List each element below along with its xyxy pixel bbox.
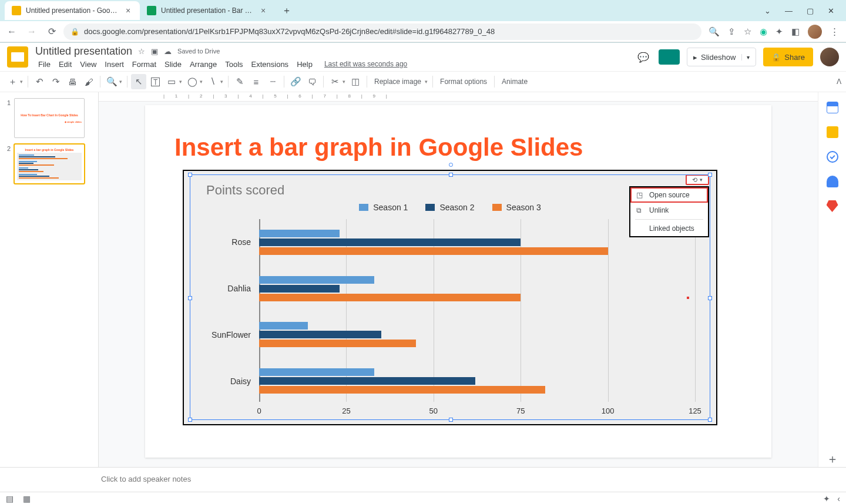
extensions-icon[interactable]: ✦	[776, 26, 783, 37]
contacts-icon[interactable]	[827, 176, 838, 187]
meet-icon[interactable]	[659, 49, 680, 65]
grammarly-icon[interactable]: ◉	[760, 26, 767, 37]
menu-slide[interactable]: Slide	[162, 59, 184, 70]
textbox-tool[interactable]: 🅃	[147, 74, 163, 89]
link-icon: ⟲	[692, 176, 697, 184]
zoom-icon[interactable]: 🔍	[709, 26, 720, 37]
maximize-icon[interactable]: ▢	[807, 6, 814, 15]
explore-icon[interactable]: ✦	[823, 494, 830, 503]
collapse-toolbar-icon[interactable]: ᐱ	[837, 78, 841, 86]
chevron-down-icon[interactable]: ⌄	[764, 6, 771, 15]
move-icon[interactable]: ▣	[151, 47, 158, 56]
tasks-icon[interactable]	[827, 151, 838, 163]
kebab-menu-icon[interactable]: ⋮	[830, 26, 839, 37]
resize-handle[interactable]	[708, 296, 712, 300]
shape-tool[interactable]: ◯	[184, 74, 200, 89]
select-tool[interactable]: ↖	[131, 74, 146, 89]
print-button[interactable]: 🖶	[65, 74, 80, 89]
speaker-notes[interactable]: Click to add speaker notes	[0, 467, 846, 492]
reload-button[interactable]: ⟳	[43, 23, 60, 40]
open-source-item[interactable]: ◳ Open source	[630, 187, 708, 203]
share-url-icon[interactable]: ⇪	[728, 26, 736, 37]
replace-image-button[interactable]: Replace image	[371, 78, 425, 86]
rotate-handle[interactable]	[449, 163, 453, 167]
linked-objects-item[interactable]: Linked objects	[630, 221, 708, 236]
minimize-icon[interactable]: —	[785, 6, 793, 15]
window-controls: ⌄ — ▢ ✕	[764, 6, 841, 15]
close-icon[interactable]: ×	[258, 6, 268, 15]
last-edit-link[interactable]: Last edit was seconds ago	[321, 59, 410, 69]
doc-title[interactable]: Untitled presentation	[35, 45, 132, 58]
menu-arrange[interactable]: Arrange	[187, 59, 220, 70]
close-icon[interactable]: ×	[123, 6, 133, 15]
profile-avatar[interactable]	[808, 25, 822, 39]
thumbnail-panel[interactable]: 1 How To Insert Bar Chart In Google Slid…	[0, 92, 99, 467]
menu-extensions[interactable]: Extensions	[249, 59, 292, 70]
star-icon[interactable]: ☆	[138, 47, 145, 56]
border-color-button[interactable]: ✎	[232, 74, 247, 89]
share-button[interactable]: 🔒 Share	[763, 48, 813, 66]
paint-format-button[interactable]: 🖌	[81, 74, 96, 89]
menu-tools[interactable]: Tools	[222, 59, 246, 70]
resize-handle[interactable]	[449, 173, 453, 177]
menu-help[interactable]: Help	[294, 59, 315, 70]
resize-handle[interactable]	[188, 173, 192, 177]
browser-tab-slides[interactable]: Untitled presentation - Google Sl ×	[5, 1, 140, 20]
linked-chart-badge[interactable]: ⟲ ▾	[686, 174, 709, 185]
animate-button[interactable]: Animate	[498, 78, 531, 86]
close-window-icon[interactable]: ✕	[828, 6, 834, 15]
browser-tab-sheets[interactable]: Untitled presentation - Bar chart ×	[140, 1, 275, 20]
resize-handle[interactable]	[708, 418, 712, 422]
collapse-sidepanel-icon[interactable]: ‹	[837, 494, 840, 503]
slide-canvas[interactable]: Insert a bar graph in Google Slides Poin…	[145, 105, 771, 458]
side-panel: ＋	[818, 92, 846, 467]
calendar-icon[interactable]	[827, 102, 838, 113]
resize-handle[interactable]	[449, 418, 453, 422]
grid-view-icon[interactable]: ▦	[23, 494, 31, 503]
zoom-button[interactable]: 🔍	[104, 74, 119, 89]
slide-title[interactable]: Insert a bar graph in Google Slides	[174, 133, 583, 162]
chevron-down-icon[interactable]: ▾	[741, 54, 750, 61]
canvas[interactable]: | 1 | 2 | 3 | 4 | 5 | 6 | 7 | 8 | 9 | In…	[99, 92, 818, 467]
sidepanel-icon[interactable]: ◧	[791, 26, 800, 37]
new-slide-button[interactable]: ＋	[5, 74, 20, 89]
add-addon-icon[interactable]: ＋	[827, 451, 838, 467]
comment-button[interactable]: 🗨	[304, 74, 320, 89]
legend-label: Season 1	[373, 203, 408, 212]
slide-thumbnail-2[interactable]: 2 Insert a bar graph in Google Slides	[5, 144, 93, 184]
resize-handle[interactable]	[188, 418, 192, 422]
crop-button[interactable]: ✂	[327, 74, 343, 89]
menu-view[interactable]: View	[77, 59, 99, 70]
border-weight-button[interactable]: ≡	[249, 74, 264, 89]
bookmark-icon[interactable]: ☆	[744, 26, 751, 37]
filmstrip-view-icon[interactable]: ▤	[6, 494, 14, 503]
new-tab-button[interactable]: ＋	[278, 2, 295, 19]
keep-icon[interactable]	[827, 126, 838, 138]
redo-button[interactable]: ↷	[48, 74, 63, 89]
link-button[interactable]: 🔗	[288, 74, 303, 89]
mask-button[interactable]: ◫	[348, 74, 363, 89]
slide-thumbnail-1[interactable]: 1 How To Insert Bar Chart In Google Slid…	[5, 98, 93, 138]
image-tool[interactable]: ▭	[164, 74, 179, 89]
format-options-button[interactable]: Format options	[437, 78, 491, 86]
undo-button[interactable]: ↶	[32, 74, 47, 89]
slides-logo[interactable]	[7, 46, 28, 68]
forward-button[interactable]: →	[24, 23, 40, 40]
line-tool[interactable]: ∖	[205, 74, 220, 89]
url-bar[interactable]: 🔒 docs.google.com/presentation/d/1PelKsr…	[63, 23, 701, 40]
chart-object[interactable]: Points scored Season 1 Season 2 Season 3…	[183, 170, 717, 425]
menu-format[interactable]: Format	[129, 59, 159, 70]
resize-handle[interactable]	[708, 173, 712, 177]
account-avatar[interactable]	[820, 48, 839, 66]
menu-insert[interactable]: Insert	[102, 59, 127, 70]
menu-file[interactable]: File	[35, 59, 53, 70]
border-dash-button[interactable]: ┄	[265, 74, 280, 89]
back-button[interactable]: ←	[4, 23, 20, 40]
maps-icon[interactable]	[827, 200, 838, 212]
comments-icon[interactable]: 💬	[635, 49, 652, 65]
resize-handle[interactable]	[188, 296, 192, 300]
unlink-item[interactable]: ⧉ Unlink	[630, 203, 708, 218]
slideshow-button[interactable]: ▸ Slideshow ▾	[687, 48, 756, 66]
menu-edit[interactable]: Edit	[56, 59, 75, 70]
lock-icon: 🔒	[771, 53, 781, 62]
